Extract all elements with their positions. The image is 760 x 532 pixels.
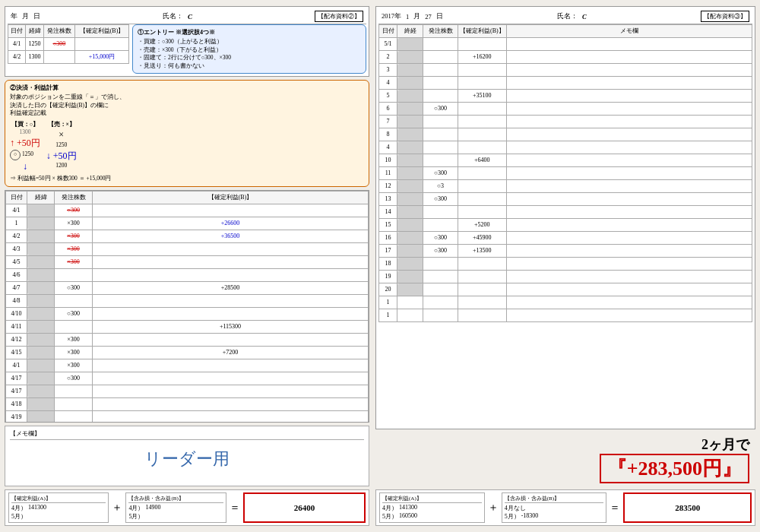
month-label: 月 — [22, 11, 29, 21]
table-row: 18 — [379, 258, 752, 271]
summary-row-left: 【確定利益(A)】 4月） 141300 5月） ＋ 【含み損・含み益(B)】 … — [5, 489, 369, 526]
right-summary-cell-a: 【確定利益(A)】 4月） 141300 5月） 160500 — [379, 492, 485, 523]
rth-pl: 【確定利益(B)】 — [458, 25, 507, 38]
name-value: C — [188, 13, 192, 21]
sell-col: 【売：×】 × 1250 ↓ +50円 1200 — [46, 121, 77, 170]
right-month5: 5月） — [382, 512, 397, 521]
table-row: 4/19 — [6, 410, 369, 423]
right-name-label: 氏名： — [557, 12, 578, 21]
table-row: 20 — [379, 283, 752, 296]
table-row: 5/1 — [379, 38, 752, 51]
main-table-left: 日付 経緯 発注株数 【確定利益(B)】 4/1○300 1×300+26600… — [5, 191, 369, 423]
right-summary-cell-b: 【含み損・含み益(B)】 4月なし 5月） -18300 — [502, 492, 607, 523]
table-row: 4/7○300+28500 — [6, 281, 369, 294]
left-panel: 年 月 日 氏名： C 【配布資料②】 日付 経緯 — [5, 6, 369, 526]
ann1-line2: ・売建：×300（下がると利益） — [138, 46, 361, 55]
summary-header-a: 【確定利益(A)】 — [11, 495, 106, 503]
table-row: 8 — [379, 128, 752, 141]
ann2-line3: 利益確定記載 — [10, 109, 364, 118]
table-row: 15+5200 — [379, 219, 752, 232]
right-title-badge: 【配布資料③】 — [701, 11, 749, 22]
th-order: 発注株数 — [55, 191, 93, 204]
table-row: 4/8 — [6, 294, 369, 307]
ann1-title: ①エントリー ※選択肢4つ※ — [138, 28, 361, 36]
annotation-box-1: ①エントリー ※選択肢4つ※ ・買建：○300（上がると利益） ・売建：×300… — [132, 24, 366, 74]
memo-content: リーダー用 — [10, 443, 364, 475]
cell-date: 4/2 — [8, 51, 26, 64]
right-month4: 4月） — [382, 504, 397, 512]
table-row: 13○300 — [379, 193, 752, 206]
top-mini-table: 日付 経緯 発注株数 【確定利益(B)】 4/1 1250 ○300 — [8, 24, 129, 64]
equals-sign: ＝ — [228, 492, 242, 523]
right-sheet: 2017年 1 月 27 日 氏名： C 【配布資料③】 日付 終経 — [375, 6, 755, 429]
right-table-wrapper: 日付 終経 発注株数 【確定利益(B)】 メモ欄 5/1 2+16200 3 4… — [378, 24, 752, 429]
year-label: 年 — [11, 11, 17, 21]
cell-pl — [75, 38, 129, 51]
big-announcement: 2ヶ月で 『+283,500円』 — [375, 432, 755, 486]
table-row: 1 — [379, 309, 752, 322]
month-label-4: 4月） — [11, 504, 27, 512]
table-row: 4/2 1300 +15,000円 — [8, 51, 129, 64]
memo-box: 【メモ欄】 リーダー用 — [5, 426, 369, 486]
table-row: 4/10○300 — [6, 307, 369, 320]
table-row: 1×300+26600 — [6, 217, 369, 230]
announce-line1: 2ヶ月で — [382, 435, 749, 454]
th-cat: 経緯 — [26, 25, 43, 38]
month-label-5b: 5月） — [128, 512, 144, 521]
ann2-title: ②決済・利益計算 — [10, 84, 364, 92]
rth-cat: 終経 — [397, 25, 423, 38]
summary-row-right: 【確定利益(A)】 4月） 141300 5月） 160500 ＋ 【含み損・含… — [375, 489, 755, 526]
name-label: 氏名： — [163, 11, 183, 21]
right-year: 2017年 — [382, 12, 401, 21]
right-day: 27 — [425, 13, 432, 21]
table-row: 4/2×300+36500 — [6, 230, 369, 242]
right-val5a: 160500 — [399, 512, 417, 521]
right-month-label: 月 — [413, 12, 420, 21]
ann2-line1: 対象のポジションを二重線「＝」で消し、 — [10, 93, 364, 102]
th-cat: 経緯 — [27, 191, 55, 204]
right-plus-sign: ＋ — [486, 492, 500, 523]
rth-order: 発注株数 — [423, 25, 458, 38]
top-sheet: 年 月 日 氏名： C 【配布資料②】 日付 経緯 — [5, 6, 369, 77]
rth-memo: メモ欄 — [506, 25, 752, 38]
right-month: 1 — [406, 13, 409, 21]
table-row: 12○3 — [379, 180, 752, 193]
table-row: 14 — [379, 206, 752, 219]
summary-header-b: 【含み損・含み益(B)】 — [128, 495, 223, 503]
table-row: 6○300 — [379, 103, 752, 116]
table-row: 4/15×300+7200 — [6, 346, 369, 359]
right-sheet-header: 2017年 1 月 27 日 氏名： C 【配布資料③】 — [378, 9, 752, 24]
th-order: 発注株数 — [43, 25, 74, 38]
table-row: 4/12×300 — [6, 333, 369, 346]
top-sheet-header: 年 月 日 氏名： C 【配布資料②】 — [8, 9, 366, 24]
th-pl: 【確定利益(B)】 — [75, 25, 129, 38]
cell-date: 4/1 — [8, 38, 26, 51]
table-row: 10+6400 — [379, 154, 752, 167]
buy-col: 【買：○】 1300 ↑ +50円 ○ 1250 ↓ — [10, 121, 40, 173]
table-row: 4/1×300 — [6, 359, 369, 372]
table-row: 17○300+13500 — [379, 245, 752, 258]
right-val4a: 141300 — [399, 504, 417, 512]
table-row: 4 — [379, 141, 752, 154]
cell-order: ○300 — [43, 38, 74, 51]
month-label-5: 5月） — [11, 512, 27, 521]
th-date: 日付 — [6, 191, 27, 204]
cell-cat: 1250 — [26, 38, 43, 51]
th-pl: 【確定利益(B)】 — [93, 191, 369, 204]
summary-cell-b: 【含み損・含み益(B)】 4月） 14900 5月） — [125, 492, 226, 523]
table-row: 4/11+115300 — [6, 320, 369, 333]
cell-cat: 1300 — [26, 51, 43, 64]
right-panel: 2017年 1 月 27 日 氏名： C 【配布資料③】 日付 終経 — [375, 6, 755, 526]
table-row: 3 — [379, 64, 752, 77]
table-row: 19 — [379, 271, 752, 283]
right-month5b: 5月） — [505, 512, 520, 521]
value-4-b: 14900 — [145, 504, 160, 512]
summary-result: 26400 — [243, 492, 366, 523]
right-month4b: 4月なし — [505, 504, 526, 512]
announce-line2: 『+283,500円』 — [600, 454, 749, 483]
calc-conclusion: ⇒ 利益幅=50円 × 株数300 ＝ +15,000円 — [10, 175, 364, 183]
table-row: 1 — [379, 296, 752, 309]
main-table-right: 日付 終経 発注株数 【確定利益(B)】 メモ欄 5/1 2+16200 3 4… — [378, 24, 752, 322]
th-date: 日付 — [8, 25, 26, 38]
value-4-a: 141300 — [28, 504, 46, 512]
